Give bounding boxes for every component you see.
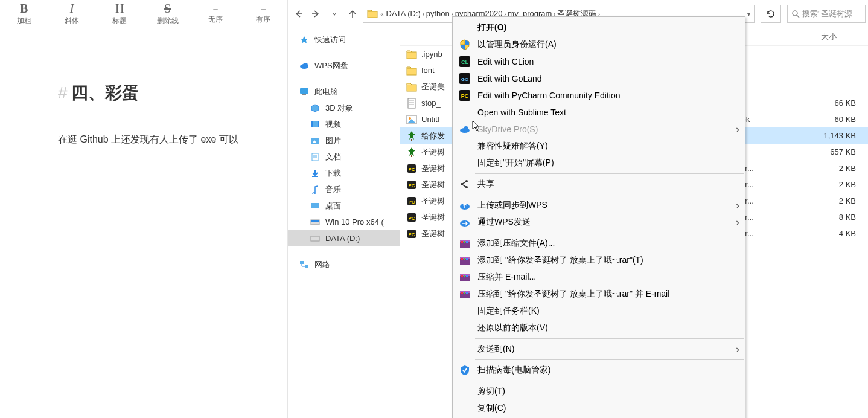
wps-send-icon: [458, 216, 471, 229]
svg-marker-35: [408, 147, 415, 156]
music-icon: [310, 184, 321, 195]
svg-text:PC: PC: [408, 199, 415, 205]
film-icon: [310, 119, 321, 130]
menu-item[interactable]: 添加到压缩文件(A)...: [453, 235, 744, 252]
file-icon: [406, 65, 418, 77]
menu-item[interactable]: 扫描病毒(电脑管家): [453, 362, 744, 379]
rar-icon: [458, 271, 471, 284]
nav-downloads[interactable]: 下载: [288, 165, 400, 181]
shield-icon: [458, 38, 471, 51]
blank-icon: [458, 106, 471, 119]
file-size: 8 KB: [790, 213, 868, 222]
nav-win10[interactable]: Win 10 Pro x64 (: [288, 214, 400, 230]
svg-rect-69: [466, 258, 468, 260]
breadcrumb[interactable]: python: [426, 9, 450, 18]
menu-item[interactable]: 固定到"开始"屏幕(P): [453, 155, 744, 172]
menu-item[interactable]: PCEdit with PyCharm Community Edition: [453, 87, 744, 104]
menu-item[interactable]: GOEdit with GoLand: [453, 70, 744, 87]
menu-item[interactable]: 以管理员身份运行(A): [453, 36, 744, 53]
pc-icon: [299, 86, 310, 97]
chevron-right-icon: «: [380, 11, 384, 18]
file-size: 66 KB: [790, 98, 868, 108]
nav-this-pc[interactable]: 此电脑: [288, 83, 400, 100]
menu-item-label: 还原以前的版本(V): [477, 323, 739, 333]
menu-item[interactable]: 压缩到 "给你发圣诞树了 放桌上了哦~.rar" 并 E-mail: [453, 286, 744, 303]
ul-button[interactable]: ≡ 无序: [191, 0, 239, 28]
scan-icon: [458, 364, 471, 377]
ol-button[interactable]: ≡ 有序: [240, 0, 287, 28]
blank-icon: [458, 402, 471, 415]
menu-item-label: 压缩到 "给你发圣诞树了 放桌上了哦~.rar" 并 E-mail: [477, 289, 739, 300]
svg-rect-62: [461, 241, 463, 243]
history-dropdown[interactable]: [327, 6, 342, 22]
up-button[interactable]: [345, 6, 360, 22]
nav-quick-access[interactable]: 快速访问: [288, 31, 400, 48]
star-icon: [299, 34, 310, 45]
svg-rect-5: [300, 88, 308, 94]
italic-label: 斜体: [65, 16, 79, 26]
search-box[interactable]: 搜索"圣诞树源: [787, 5, 866, 23]
menu-item[interactable]: 剪切(T): [453, 383, 744, 400]
menu-item[interactable]: 打开(O): [453, 19, 744, 36]
file-size: 2 KB: [790, 164, 868, 173]
doc-paragraph[interactable]: 在逛 Github 上还发现有人上传了 exe 可以: [58, 133, 275, 146]
menu-item[interactable]: 还原以前的版本(V): [453, 320, 744, 336]
svg-rect-74: [466, 275, 468, 277]
back-button[interactable]: [290, 6, 306, 22]
nav-desktop[interactable]: 桌面: [288, 198, 400, 214]
menu-item[interactable]: 复制(C): [453, 400, 744, 417]
svg-rect-21: [300, 261, 304, 264]
menu-item[interactable]: 固定到任务栏(K): [453, 303, 744, 320]
menu-item[interactable]: 压缩并 E-mail...: [453, 269, 744, 286]
doc-heading[interactable]: #四、彩蛋: [58, 82, 275, 104]
menu-item-label: SkyDrive Pro(S): [477, 124, 736, 134]
nav-3d-objects[interactable]: 3D 对象: [288, 100, 400, 116]
nav-videos[interactable]: 视频: [288, 116, 400, 132]
svg-rect-24: [407, 68, 416, 75]
menu-item[interactable]: 兼容性疑难解答(Y): [453, 138, 744, 155]
menu-item[interactable]: CLEdit with CLion: [453, 53, 744, 70]
refresh-button[interactable]: [761, 5, 781, 23]
svg-rect-9: [311, 121, 313, 127]
menu-item[interactable]: 通过WPS发送›: [453, 214, 744, 231]
nav-documents[interactable]: 文档: [288, 149, 400, 165]
network-icon: [299, 259, 310, 270]
nav-tree: 快速访问 WPS网盘 此电脑 3D 对象 视频 图片: [288, 28, 400, 418]
forward-button[interactable]: [308, 6, 324, 22]
bold-icon: B: [20, 2, 28, 14]
nav-network[interactable]: 网络: [288, 256, 400, 272]
menu-separator: [475, 338, 744, 339]
svg-rect-6: [302, 94, 306, 95]
file-icon: PC: [406, 195, 418, 207]
italic-button[interactable]: I 斜体: [48, 0, 95, 28]
menu-item-label: 剪切(T): [477, 386, 739, 397]
nav-data-d[interactable]: DATA (D:): [288, 230, 400, 246]
italic-icon: I: [70, 2, 74, 14]
breadcrumb[interactable]: DATA (D:): [386, 9, 421, 18]
chevron-down-icon[interactable]: ▾: [747, 11, 750, 18]
strike-icon: S: [164, 2, 171, 14]
strike-button[interactable]: S 删除线: [144, 0, 191, 28]
menu-item-label: 压缩并 E-mail...: [477, 272, 739, 283]
blank-icon: [458, 342, 471, 356]
menu-item[interactable]: 添加到 "给你发圣诞树了 放桌上了哦~.rar"(T): [453, 252, 744, 269]
menu-item[interactable]: 上传或同步到WPS›: [453, 197, 744, 214]
nav-wps-cloud[interactable]: WPS网盘: [288, 57, 400, 74]
bold-button[interactable]: B 加粗: [0, 0, 48, 28]
menu-separator: [475, 359, 744, 360]
svg-rect-26: [408, 98, 415, 108]
rar-icon: [458, 237, 471, 250]
menu-separator: [475, 381, 744, 381]
menu-item[interactable]: Open with Sublime Text: [453, 104, 744, 121]
heading-button[interactable]: H 标题: [96, 0, 144, 28]
menu-item-label: 通过WPS发送: [477, 217, 736, 228]
nav-pictures[interactable]: 图片: [288, 132, 400, 149]
nav-music[interactable]: 音乐: [288, 181, 400, 198]
menu-item[interactable]: 发送到(N)›: [453, 341, 744, 358]
file-icon: PC: [406, 211, 418, 223]
menu-item[interactable]: 共享: [453, 176, 744, 193]
chevron-right-icon: ›: [736, 123, 739, 136]
svg-rect-36: [411, 155, 412, 157]
col-header-size[interactable]: 大小: [790, 31, 868, 42]
strike-label: 删除线: [157, 16, 179, 26]
